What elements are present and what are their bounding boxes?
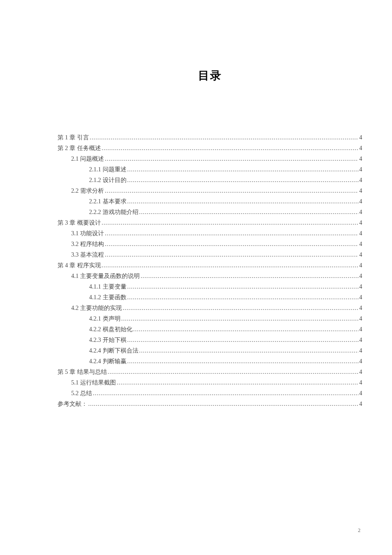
toc-entry-label: 4.1 主要变量及函数的说明 bbox=[71, 271, 140, 281]
toc-entry-page: 4 bbox=[359, 271, 362, 281]
table-of-contents: 第 1 章 引言4第 2 章 任务概述42.1 问题概述42.1.1 问题重述4… bbox=[58, 132, 362, 409]
toc-entry[interactable]: 4.1 主要变量及函数的说明4 bbox=[58, 271, 362, 281]
toc-entry-label: 第 3 章 概要设计 bbox=[58, 217, 101, 228]
toc-entry-page: 4 bbox=[359, 399, 362, 409]
toc-entry-page: 4 bbox=[359, 367, 362, 377]
toc-entry[interactable]: 第 2 章 任务概述4 bbox=[58, 143, 362, 153]
toc-entry[interactable]: 第 5 章 结果与总结4 bbox=[58, 367, 362, 377]
toc-entry-page: 4 bbox=[359, 345, 362, 356]
toc-entry-page: 4 bbox=[359, 164, 362, 175]
toc-leader-dots bbox=[90, 132, 359, 143]
page-number: 2 bbox=[358, 527, 360, 534]
toc-entry-label: 4.2.4 判断输赢 bbox=[89, 356, 127, 367]
toc-leader-dots bbox=[127, 196, 359, 207]
toc-entry-page: 4 bbox=[359, 207, 362, 217]
toc-entry[interactable]: 4.2 主要功能的实现4 bbox=[58, 303, 362, 313]
toc-entry-page: 4 bbox=[359, 143, 362, 153]
toc-entry[interactable]: 第 1 章 引言4 bbox=[58, 132, 362, 143]
toc-entry[interactable]: 4.2.4 判断下棋合法4 bbox=[58, 345, 362, 356]
toc-entry[interactable]: 3.3 基本流程4 bbox=[58, 249, 362, 260]
toc-leader-dots bbox=[117, 377, 358, 388]
toc-entry[interactable]: 4.1.1 主要变量4 bbox=[58, 281, 362, 292]
toc-entry-label: 第 2 章 任务概述 bbox=[58, 143, 101, 153]
toc-entry-label: 第 1 章 引言 bbox=[58, 132, 89, 143]
toc-entry-page: 4 bbox=[359, 239, 362, 249]
toc-entry[interactable]: 4.1.2 主要函数4 bbox=[58, 292, 362, 303]
toc-entry-page: 4 bbox=[359, 292, 362, 303]
toc-entry-page: 4 bbox=[359, 153, 362, 164]
toc-entry-label: 2.1.1 问题重述 bbox=[89, 164, 127, 175]
toc-entry[interactable]: 3.1 功能设计4 bbox=[58, 228, 362, 239]
toc-entry[interactable]: 参考文献：4 bbox=[58, 399, 362, 409]
toc-entry-label: 2.2 需求分析 bbox=[71, 185, 104, 196]
toc-entry-label: 2.2.1 基本要求 bbox=[89, 196, 127, 207]
toc-leader-dots bbox=[108, 367, 359, 377]
toc-entry-page: 4 bbox=[359, 281, 362, 292]
toc-entry[interactable]: 2.2.2 游戏功能介绍4 bbox=[58, 207, 362, 217]
toc-entry-label: 5.1 运行结果截图 bbox=[71, 377, 116, 388]
toc-entry[interactable]: 4.2.3 开始下棋4 bbox=[58, 335, 362, 345]
toc-entry[interactable]: 4.2.1 类声明4 bbox=[58, 313, 362, 324]
toc-leader-dots bbox=[127, 356, 359, 367]
toc-leader-dots bbox=[141, 271, 358, 281]
toc-entry-page: 4 bbox=[359, 185, 362, 196]
toc-entry-page: 4 bbox=[359, 228, 362, 239]
toc-entry-page: 4 bbox=[359, 217, 362, 228]
toc-entry-label: 3.1 功能设计 bbox=[71, 228, 104, 239]
toc-entry-label: 2.2.2 游戏功能介绍 bbox=[89, 207, 138, 217]
toc-leader-dots bbox=[133, 324, 359, 335]
toc-leader-dots bbox=[127, 281, 359, 292]
toc-leader-dots bbox=[127, 292, 359, 303]
toc-entry-label: 参考文献： bbox=[58, 399, 87, 409]
toc-entry-page: 4 bbox=[359, 260, 362, 271]
toc-entry-label: 第 5 章 结果与总结 bbox=[58, 367, 107, 377]
toc-entry[interactable]: 第 3 章 概要设计4 bbox=[58, 217, 362, 228]
toc-entry-page: 4 bbox=[359, 388, 362, 399]
toc-entry[interactable]: 5.2 总结4 bbox=[58, 388, 362, 399]
toc-entry[interactable]: 第 4 章 程序实现4 bbox=[58, 260, 362, 271]
toc-leader-dots bbox=[127, 335, 359, 345]
toc-entry-label: 4.2 主要功能的实现 bbox=[71, 303, 122, 313]
toc-leader-dots bbox=[105, 249, 358, 260]
toc-entry[interactable]: 2.1.1 问题重述4 bbox=[58, 164, 362, 175]
toc-leader-dots bbox=[121, 313, 359, 324]
toc-entry[interactable]: 4.2.4 判断输赢4 bbox=[58, 356, 362, 367]
toc-entry-label: 4.2.2 棋盘初始化 bbox=[89, 324, 133, 335]
toc-entry-label: 5.2 总结 bbox=[71, 388, 92, 399]
toc-leader-dots bbox=[93, 388, 358, 399]
toc-entry-page: 4 bbox=[359, 132, 362, 143]
toc-leader-dots bbox=[105, 153, 358, 164]
toc-entry-label: 4.1.1 主要变量 bbox=[89, 281, 127, 292]
toc-entry[interactable]: 2.2 需求分析4 bbox=[58, 185, 362, 196]
toc-leader-dots bbox=[102, 143, 359, 153]
toc-leader-dots bbox=[139, 207, 359, 217]
toc-entry-label: 第 4 章 程序实现 bbox=[58, 260, 101, 271]
toc-entry-label: 4.2.3 开始下棋 bbox=[89, 335, 127, 345]
toc-leader-dots bbox=[102, 260, 359, 271]
toc-leader-dots bbox=[123, 303, 358, 313]
toc-entry[interactable]: 2.1.2 设计目的4 bbox=[58, 175, 362, 185]
toc-entry-label: 4.2.1 类声明 bbox=[89, 313, 121, 324]
toc-entry-label: 3.3 基本流程 bbox=[71, 249, 104, 260]
toc-entry-page: 4 bbox=[359, 377, 362, 388]
toc-entry-page: 4 bbox=[359, 313, 362, 324]
toc-title: 目录 bbox=[58, 68, 362, 83]
toc-leader-dots bbox=[105, 228, 358, 239]
toc-entry-label: 4.1.2 主要函数 bbox=[89, 292, 127, 303]
toc-entry[interactable]: 2.2.1 基本要求4 bbox=[58, 196, 362, 207]
toc-leader-dots bbox=[102, 217, 359, 228]
document-page: 目录 第 1 章 引言4第 2 章 任务概述42.1 问题概述42.1.1 问题… bbox=[0, 0, 392, 409]
toc-entry[interactable]: 4.2.2 棋盘初始化4 bbox=[58, 324, 362, 335]
toc-entry-label: 3.2 程序结构 bbox=[71, 239, 104, 249]
toc-entry[interactable]: 3.2 程序结构4 bbox=[58, 239, 362, 249]
toc-entry-page: 4 bbox=[359, 324, 362, 335]
toc-leader-dots bbox=[139, 345, 359, 356]
toc-entry[interactable]: 5.1 运行结果截图4 bbox=[58, 377, 362, 388]
toc-entry-page: 4 bbox=[359, 335, 362, 345]
toc-leader-dots bbox=[105, 185, 358, 196]
toc-leader-dots bbox=[105, 239, 358, 249]
toc-entry-page: 4 bbox=[359, 356, 362, 367]
toc-entry[interactable]: 2.1 问题概述4 bbox=[58, 153, 362, 164]
toc-entry-label: 4.2.4 判断下棋合法 bbox=[89, 345, 138, 356]
toc-entry-page: 4 bbox=[359, 249, 362, 260]
